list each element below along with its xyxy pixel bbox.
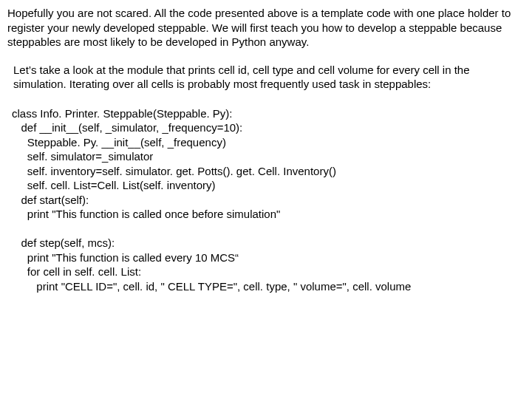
intro-paragraph: Hopefully you are not scared. All the co… — [7, 6, 525, 50]
code-block: class Info. Printer. Steppable(Steppable… — [12, 106, 525, 294]
second-paragraph: Let’s take a look at the module that pri… — [13, 63, 519, 92]
